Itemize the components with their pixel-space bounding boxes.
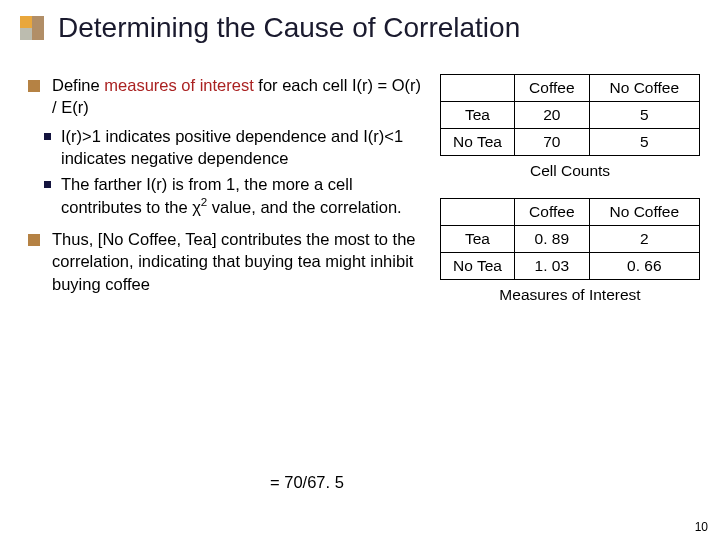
- tables-column: Coffee No Coffee Tea 20 5 No Tea 70 5 Ce…: [440, 74, 700, 322]
- bullet-2-text: Thus, [No Coffee, Tea] contributes the m…: [52, 228, 430, 295]
- interest-table: Coffee No Coffee Tea 0. 89 2 No Tea 1. 0…: [440, 198, 700, 280]
- cell-counts-r1c2: 5: [589, 102, 699, 129]
- square-bullet-small-icon: [44, 181, 51, 188]
- page-number: 10: [695, 520, 708, 534]
- interest-col1: Coffee: [515, 199, 590, 226]
- square-bullet-icon: [28, 234, 40, 246]
- interest-r2c2: 0. 66: [589, 253, 699, 280]
- bullet-1: Define measures of interest for each cel…: [28, 74, 430, 119]
- cell-counts-caption: Cell Counts: [440, 162, 700, 180]
- cell-counts-r1c1: 20: [515, 102, 590, 129]
- interest-r2c1: 1. 03: [515, 253, 590, 280]
- cell-counts-r2: No Tea: [441, 129, 515, 156]
- bullet-2: Thus, [No Coffee, Tea] contributes the m…: [28, 228, 430, 295]
- cell-counts-table: Coffee No Coffee Tea 20 5 No Tea 70 5: [440, 74, 700, 156]
- cell-counts-r1: Tea: [441, 102, 515, 129]
- interest-col2: No Coffee: [589, 199, 699, 226]
- bullet-1-em: measures of interest: [104, 76, 253, 94]
- sub-bullet-2: The farther I(r) is from 1, the more a c…: [44, 173, 430, 218]
- cell-counts-r2c2: 5: [589, 129, 699, 156]
- bullet-1-text: Define measures of interest for each cel…: [52, 74, 430, 119]
- interest-r1c1: 0. 89: [515, 226, 590, 253]
- interest-r2: No Tea: [441, 253, 515, 280]
- sub-bullet-2-post: value, and the correlation.: [207, 198, 401, 216]
- sub-bullet-1: I(r)>1 indicates positive dependence and…: [44, 125, 430, 170]
- sub-bullet-2-text: The farther I(r) is from 1, the more a c…: [61, 173, 430, 218]
- sub-bullet-1-text: I(r)>1 indicates positive dependence and…: [61, 125, 430, 170]
- equation-annotation: = 70/67. 5: [270, 473, 344, 492]
- slide-title: Determining the Cause of Correlation: [58, 12, 520, 44]
- interest-caption: Measures of Interest: [440, 286, 700, 304]
- square-bullet-small-icon: [44, 133, 51, 140]
- bullet-1-pre: Define: [52, 76, 104, 94]
- square-bullet-icon: [28, 80, 40, 92]
- interest-r1: Tea: [441, 226, 515, 253]
- cell-counts-col2: No Coffee: [589, 75, 699, 102]
- bullet-column: Define measures of interest for each cel…: [20, 74, 430, 322]
- title-ornament-icon: [20, 16, 44, 40]
- title-row: Determining the Cause of Correlation: [20, 12, 700, 44]
- cell-counts-r2c1: 70: [515, 129, 590, 156]
- interest-r1c2: 2: [589, 226, 699, 253]
- cell-counts-col1: Coffee: [515, 75, 590, 102]
